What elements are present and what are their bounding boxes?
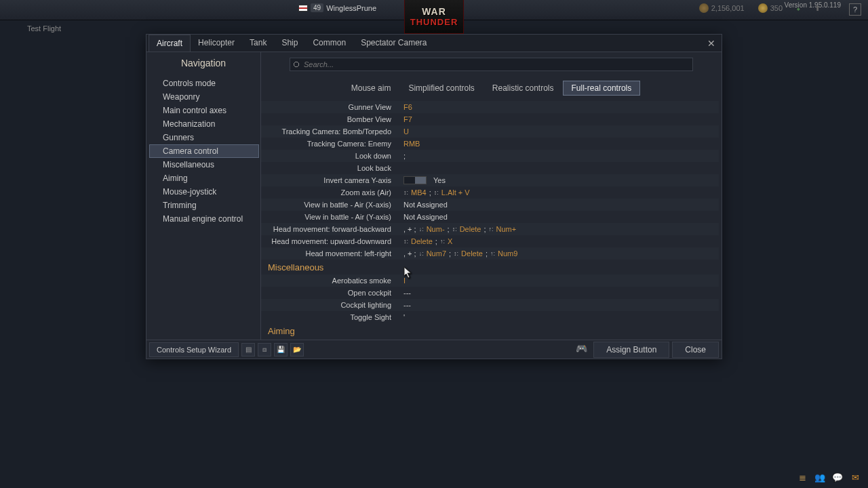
player-badge[interactable]: 49 WinglessPrune: [298, 3, 376, 12]
mode-mouse-aim[interactable]: Mouse aim: [342, 81, 400, 96]
setting-label: Look back: [261, 164, 403, 172]
setting-value[interactable]: Not Assigned: [403, 201, 719, 209]
setting-value[interactable]: ↕:Delete; ↑:X: [403, 237, 719, 245]
chat-icon[interactable]: 💬: [831, 472, 844, 483]
currency-ge[interactable]: ⬥: [796, 4, 801, 12]
tab-tank[interactable]: Tank: [242, 35, 274, 52]
mode-full-real-controls[interactable]: Full-real controls: [563, 81, 641, 96]
keybind-text: ---: [403, 301, 411, 309]
nav-item-manual-engine-control[interactable]: Manual engine control: [149, 212, 259, 226]
setting-row[interactable]: Head movement: upward-downward↕:Delete; …: [261, 235, 719, 247]
nav-item-aiming[interactable]: Aiming: [149, 171, 259, 185]
setting-row[interactable]: Bomber ViewF7: [261, 113, 719, 125]
currency-lions[interactable]: 2,156,001: [699, 3, 745, 13]
tab-aircraft[interactable]: Aircraft: [149, 35, 191, 52]
setting-value[interactable]: , + ; ↓:Num7; ↕:Delete; ↑:Num9: [403, 249, 719, 258]
keybind: Num7: [427, 249, 446, 258]
setting-row[interactable]: Gunner ViewF6: [261, 101, 719, 113]
setting-row[interactable]: Invert camera Y-axisYes: [261, 174, 719, 186]
nav-item-mechanization[interactable]: Mechanization: [149, 117, 259, 131]
mail-icon[interactable]: ✉: [849, 472, 861, 483]
setting-row[interactable]: Look down;: [261, 150, 719, 162]
keybind: X: [448, 237, 452, 245]
currency-shop[interactable]: ⬆: [814, 4, 821, 13]
tab-helicopter[interactable]: Helicopter: [191, 35, 242, 52]
keybind: U: [403, 127, 409, 136]
setting-value[interactable]: ---: [403, 289, 719, 297]
setting-value[interactable]: F7: [403, 115, 719, 123]
setting-row[interactable]: Open cockpit---: [261, 287, 719, 299]
mode-label: Test Flight: [27, 24, 61, 33]
setting-row[interactable]: Mouse smoothingNo: [261, 338, 719, 340]
setting-row[interactable]: Cockpit lighting---: [261, 299, 719, 311]
ge-icon: ⬥: [796, 4, 801, 12]
setting-value[interactable]: Not Assigned: [403, 213, 719, 221]
keybind-text: ': [403, 313, 405, 321]
toggle-switch[interactable]: [403, 176, 427, 184]
axis-arrow-icon: ↑:: [490, 250, 495, 257]
nav-item-gunners[interactable]: Gunners: [149, 131, 259, 144]
settings-list[interactable]: Gunner ViewF6Bomber ViewF7Tracking Camer…: [261, 101, 722, 340]
import-icon[interactable]: ⧈: [258, 343, 271, 357]
setting-value[interactable]: ': [403, 313, 719, 321]
close-icon[interactable]: ✕: [705, 37, 717, 49]
nav-item-miscellaneous[interactable]: Miscellaneous: [149, 158, 259, 171]
save-preset-icon[interactable]: 💾: [274, 343, 288, 357]
tabs-bar: AircraftHelicopterTankShipCommonSpectato…: [146, 35, 722, 52]
setting-label: Head movement: left-right: [261, 249, 403, 258]
setting-label: Cockpit lighting: [261, 301, 403, 309]
nav-item-weaponry[interactable]: Weaponry: [149, 90, 259, 104]
mode-realistic-controls[interactable]: Realistic controls: [484, 81, 563, 96]
game-logo: WAR THUNDER: [404, 0, 464, 34]
keybind-text: ---: [403, 289, 411, 297]
controls-wizard-button[interactable]: Controls Setup Wizard: [149, 342, 239, 357]
tab-ship[interactable]: Ship: [274, 35, 305, 52]
setting-value[interactable]: Yes: [403, 176, 719, 184]
mode-simplified-controls[interactable]: Simplified controls: [399, 81, 483, 96]
keybind: Delete: [411, 237, 433, 245]
setting-row[interactable]: Head movement: forward-backward, + ; ↓:N…: [261, 223, 719, 235]
setting-row[interactable]: Look back: [261, 162, 719, 174]
setting-value[interactable]: U: [403, 127, 719, 136]
nav-item-trimming[interactable]: Trimming: [149, 199, 259, 212]
setting-value[interactable]: ↕:MB4; ↕:L.Alt + V: [403, 188, 719, 197]
setting-value[interactable]: F6: [403, 103, 719, 111]
friends-icon[interactable]: 👥: [814, 472, 826, 483]
setting-row[interactable]: Head movement: left-right, + ; ↓:Num7; ↕…: [261, 247, 719, 260]
not-assigned: Not Assigned: [403, 201, 448, 209]
nav-item-main-control-axes[interactable]: Main control axes: [149, 104, 259, 117]
section-header-misc: Miscellaneous: [261, 260, 719, 274]
close-button[interactable]: Close: [672, 342, 719, 358]
assign-button[interactable]: Assign Button: [593, 342, 669, 358]
setting-row[interactable]: Tracking Camera: EnemyRMB: [261, 138, 719, 150]
setting-value[interactable]: ;: [403, 152, 719, 160]
setting-value[interactable]: ---: [403, 301, 719, 309]
setting-row[interactable]: View in battle - Air (Y-axis)Not Assigne…: [261, 211, 719, 223]
tab-spectator-camera[interactable]: Spectator Camera: [353, 35, 434, 52]
tab-common[interactable]: Common: [305, 35, 353, 52]
setting-row[interactable]: View in battle - Air (X-axis)Not Assigne…: [261, 199, 719, 211]
setting-row[interactable]: Tracking Camera: Bomb/TorpedoU: [261, 125, 719, 138]
logo-line1: WAR: [422, 6, 446, 17]
nav-item-camera-control[interactable]: Camera control: [149, 144, 259, 158]
setting-row[interactable]: Zoom axis (Air)↕:MB4; ↕:L.Alt + V: [261, 186, 719, 199]
keybind: F7: [403, 115, 412, 123]
bottom-tray: ≣ 👥 💬 ✉: [796, 472, 861, 483]
help-icon[interactable]: ?: [849, 3, 861, 16]
setting-label: Toggle Sight: [261, 313, 403, 321]
nav-item-controls-mode[interactable]: Controls mode: [149, 77, 259, 90]
search-input[interactable]: [290, 58, 693, 71]
setting-value[interactable]: , + ; ↓:Num-; ↕:Delete; ↑:Num+: [403, 225, 719, 233]
list-icon[interactable]: ≣: [796, 472, 808, 483]
setting-value[interactable]: RMB: [403, 140, 719, 148]
preset-icon[interactable]: ▤: [241, 343, 255, 357]
setting-row[interactable]: Aerobatics smokeI: [261, 274, 719, 287]
setting-row[interactable]: Toggle Sight': [261, 311, 719, 323]
keybind-text: ;: [484, 225, 486, 233]
axis-arrow-icon: ↕:: [454, 250, 458, 257]
setting-value[interactable]: I: [403, 277, 719, 285]
nav-item-mouse-joystick[interactable]: Mouse-joystick: [149, 185, 259, 199]
currency-eagles[interactable]: 350: [758, 3, 783, 13]
load-preset-icon[interactable]: 📂: [290, 343, 304, 357]
lion-coin-icon: [699, 3, 709, 13]
